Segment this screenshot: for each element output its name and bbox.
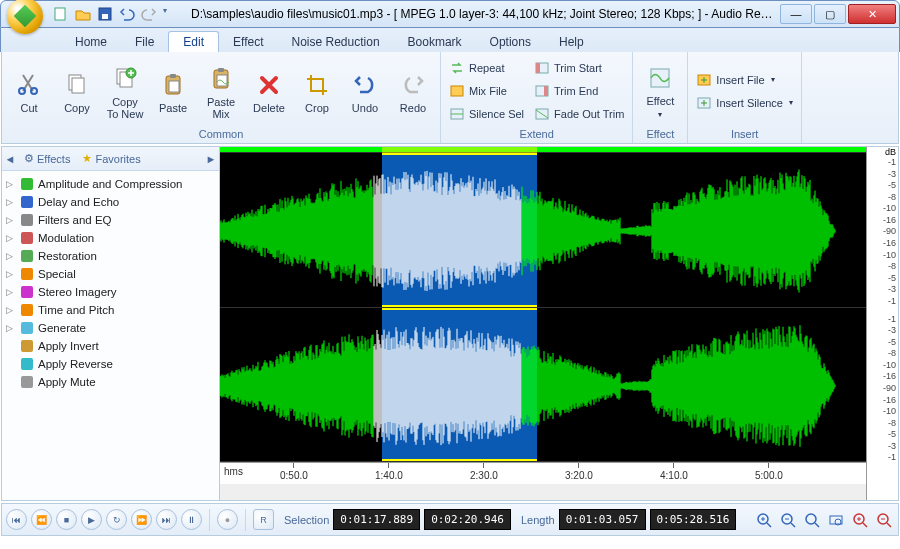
trimend-button[interactable]: Trim End <box>530 80 628 102</box>
redo-button[interactable]: Redo <box>390 54 436 126</box>
crop-button[interactable]: Crop <box>294 54 340 126</box>
svg-rect-27 <box>21 178 33 190</box>
skip-start-button[interactable]: ⏮ <box>6 509 27 530</box>
db-tick: -8 <box>888 192 896 202</box>
qat-new-icon[interactable] <box>53 6 69 22</box>
time-tick: 0:50.0 <box>280 463 308 479</box>
maximize-button[interactable]: ▢ <box>814 4 846 24</box>
zoom-in-v-icon[interactable] <box>850 510 870 530</box>
expand-icon[interactable]: ▷ <box>6 179 16 189</box>
expand-icon[interactable]: ▷ <box>6 323 16 333</box>
expand-icon[interactable]: ▷ <box>6 251 16 261</box>
paste-button[interactable]: Paste <box>150 54 196 126</box>
button-label: Insert File <box>716 74 764 86</box>
fadeout-button[interactable]: Fade Out Trim <box>530 103 628 125</box>
cut-button[interactable]: Cut <box>6 54 52 126</box>
expand-icon[interactable]: ▷ <box>6 197 16 207</box>
copy-button[interactable]: Copy <box>54 54 100 126</box>
app-orb[interactable] <box>7 0 43 34</box>
copy-icon <box>62 70 92 100</box>
tree-item-apply-invert[interactable]: Apply Invert <box>4 337 217 355</box>
svg-rect-16 <box>451 86 463 96</box>
crop-icon <box>302 70 332 100</box>
tree-item-restoration[interactable]: ▷Restoration <box>4 247 217 265</box>
insertsilence-button[interactable]: Insert Silence▾ <box>692 92 797 114</box>
menu-tab-effect[interactable]: Effect <box>219 32 277 52</box>
close-button[interactable]: ✕ <box>848 4 896 24</box>
tree-item-label: Modulation <box>38 232 94 244</box>
effect-button[interactable]: Effect▾ <box>637 54 683 126</box>
tree-item-delay-and-echo[interactable]: ▷Delay and Echo <box>4 193 217 211</box>
expand-icon[interactable]: ▷ <box>6 287 16 297</box>
record-button[interactable]: ● <box>217 509 238 530</box>
undo-button[interactable]: Undo <box>342 54 388 126</box>
silencesel-button[interactable]: Silence Sel <box>445 103 528 125</box>
zoom-selection-icon[interactable] <box>826 510 846 530</box>
delete-button[interactable]: Delete <box>246 54 292 126</box>
tree-item-generate[interactable]: ▷Generate <box>4 319 217 337</box>
pause-button[interactable]: ⏸ <box>181 509 202 530</box>
copynew-button[interactable]: CopyTo New <box>102 54 148 126</box>
pastemix-icon <box>206 64 236 94</box>
db-tick: -16 <box>883 371 896 381</box>
tree-item-time-and-pitch[interactable]: ▷Time and Pitch <box>4 301 217 319</box>
expand-icon[interactable]: ▷ <box>6 305 16 315</box>
skip-end-button[interactable]: ⏭ <box>156 509 177 530</box>
tree-item-special[interactable]: ▷Special <box>4 265 217 283</box>
qat-redo-icon[interactable] <box>141 6 157 22</box>
mixfile-button[interactable]: Mix File <box>445 80 528 102</box>
fx-rev-icon <box>19 356 35 372</box>
total-length: 0:05:28.516 <box>650 509 737 530</box>
rewind-button[interactable]: ⏪ <box>31 509 52 530</box>
menu-tab-noise-reduction[interactable]: Noise Reduction <box>278 32 394 52</box>
tree-item-filters-and-eq[interactable]: ▷Filters and EQ <box>4 211 217 229</box>
stop-button[interactable]: ■ <box>56 509 77 530</box>
menu-tab-options[interactable]: Options <box>476 32 545 52</box>
waveform-left[interactable] <box>220 153 866 308</box>
pastemix-button[interactable]: PasteMix <box>198 54 244 126</box>
repeat-button[interactable]: Repeat <box>445 57 528 79</box>
zoom-in-h-icon[interactable] <box>754 510 774 530</box>
menu-tab-file[interactable]: File <box>121 32 168 52</box>
zoom-fit-icon[interactable] <box>802 510 822 530</box>
waveform-tracks[interactable] <box>220 153 866 462</box>
sidebar-tab-favorites[interactable]: ★Favorites <box>76 150 146 167</box>
zoom-out-v-icon[interactable] <box>874 510 894 530</box>
menu-tab-help[interactable]: Help <box>545 32 598 52</box>
sidebar-tab-effects[interactable]: ⚙Effects <box>18 150 76 167</box>
effects-sidebar: ◄ ⚙Effects ★Favorites ► ▷Amplitude and C… <box>2 147 220 500</box>
play-button[interactable]: ▶ <box>81 509 102 530</box>
qat-save-icon[interactable] <box>97 6 113 22</box>
sidebar-nav-right-icon[interactable]: ► <box>203 153 219 165</box>
menu-tab-edit[interactable]: Edit <box>168 31 219 52</box>
expand-icon[interactable]: ▷ <box>6 233 16 243</box>
trimstart-icon <box>534 60 550 76</box>
menu-tab-bookmark[interactable]: Bookmark <box>394 32 476 52</box>
qat-open-icon[interactable] <box>75 6 91 22</box>
group-label: Common <box>6 128 436 143</box>
forward-button[interactable]: ⏩ <box>131 509 152 530</box>
menu-tab-home[interactable]: Home <box>61 32 121 52</box>
minimize-button[interactable]: — <box>780 4 812 24</box>
sidebar-tab-label: Favorites <box>95 153 140 165</box>
tree-item-modulation[interactable]: ▷Modulation <box>4 229 217 247</box>
qat-dropdown-icon[interactable]: ▾ <box>163 6 179 22</box>
repeat-toggle[interactable]: R <box>253 509 274 530</box>
qat-undo-icon[interactable] <box>119 6 135 22</box>
expand-icon[interactable]: ▷ <box>6 215 16 225</box>
trimstart-button[interactable]: Trim Start <box>530 57 628 79</box>
play-loop-button[interactable]: ↻ <box>106 509 127 530</box>
zoom-out-h-icon[interactable] <box>778 510 798 530</box>
tree-item-apply-mute[interactable]: Apply Mute <box>4 373 217 391</box>
tree-item-apply-reverse[interactable]: Apply Reverse <box>4 355 217 373</box>
sidebar-tab-label: Effects <box>37 153 70 165</box>
waveform-right[interactable] <box>220 308 866 463</box>
expand-icon[interactable]: ▷ <box>6 269 16 279</box>
sidebar-nav-left-icon[interactable]: ◄ <box>2 153 18 165</box>
insertfile-button[interactable]: Insert File▾ <box>692 69 797 91</box>
time-ruler[interactable]: hms 0:50.01:40.02:30.03:20.04:10.05:00.0 <box>220 462 866 484</box>
horizontal-scrollbar[interactable] <box>220 484 866 500</box>
tree-item-amplitude-and-compression[interactable]: ▷Amplitude and Compression <box>4 175 217 193</box>
tree-item-stereo-imagery[interactable]: ▷Stereo Imagery <box>4 283 217 301</box>
svg-rect-31 <box>21 250 33 262</box>
